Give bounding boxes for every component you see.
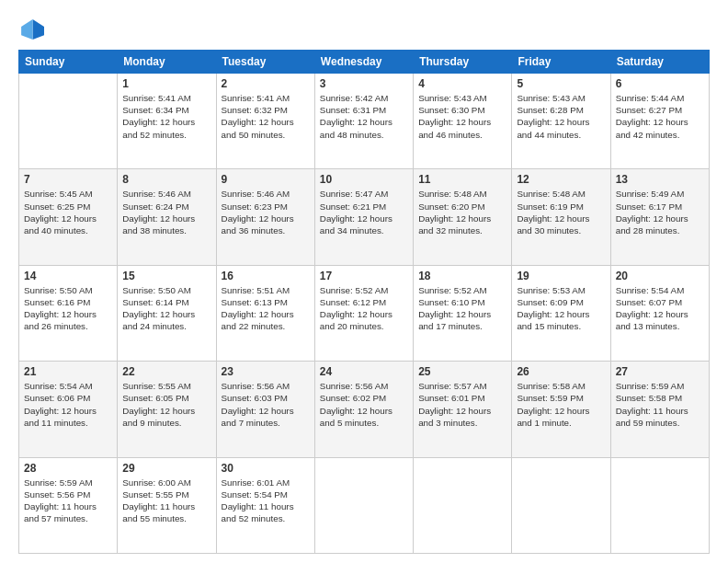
week-row-4: 21Sunrise: 5:54 AM Sunset: 6:06 PM Dayli… xyxy=(19,362,710,457)
week-row-2: 7Sunrise: 5:45 AM Sunset: 6:25 PM Daylig… xyxy=(19,169,710,265)
logo-icon xyxy=(18,17,44,42)
day-number: 25 xyxy=(418,365,506,378)
calendar-cell: 3Sunrise: 5:42 AM Sunset: 6:31 PM Daylig… xyxy=(314,74,413,169)
day-number: 14 xyxy=(24,270,112,282)
weekday-header-sunday: Sunday xyxy=(19,51,118,74)
day-info: Sunrise: 5:53 AM Sunset: 6:09 PM Dayligh… xyxy=(517,284,605,333)
svg-marker-0 xyxy=(33,19,44,40)
calendar-cell xyxy=(610,457,709,553)
day-number: 20 xyxy=(616,270,704,282)
calendar-cell: 7Sunrise: 5:45 AM Sunset: 6:25 PM Daylig… xyxy=(19,169,118,265)
calendar: SundayMondayTuesdayWednesdayThursdayFrid… xyxy=(18,50,710,554)
calendar-cell: 19Sunrise: 5:53 AM Sunset: 6:09 PM Dayli… xyxy=(512,265,610,361)
svg-marker-1 xyxy=(21,19,32,40)
calendar-cell: 1Sunrise: 5:41 AM Sunset: 6:34 PM Daylig… xyxy=(118,74,216,169)
day-info: Sunrise: 5:46 AM Sunset: 6:23 PM Dayligh… xyxy=(222,188,310,236)
day-number: 10 xyxy=(320,173,408,186)
calendar-cell: 20Sunrise: 5:54 AM Sunset: 6:07 PM Dayli… xyxy=(610,265,709,361)
calendar-cell xyxy=(314,457,413,553)
day-number: 24 xyxy=(320,365,408,378)
logo xyxy=(18,17,48,42)
calendar-cell: 22Sunrise: 5:55 AM Sunset: 6:05 PM Dayli… xyxy=(118,362,216,457)
calendar-cell: 26Sunrise: 5:58 AM Sunset: 5:59 PM Dayli… xyxy=(512,362,610,457)
week-row-1: 1Sunrise: 5:41 AM Sunset: 6:34 PM Daylig… xyxy=(19,74,710,169)
day-number: 30 xyxy=(222,462,310,475)
day-info: Sunrise: 5:44 AM Sunset: 6:27 PM Dayligh… xyxy=(616,92,704,141)
day-number: 7 xyxy=(24,173,112,186)
weekday-header-thursday: Thursday xyxy=(414,51,512,74)
day-info: Sunrise: 5:55 AM Sunset: 6:05 PM Dayligh… xyxy=(122,380,210,429)
calendar-cell xyxy=(512,457,610,553)
weekday-header-tuesday: Tuesday xyxy=(216,51,314,74)
day-number: 4 xyxy=(418,77,506,90)
day-number: 28 xyxy=(24,462,112,475)
calendar-cell: 30Sunrise: 6:01 AM Sunset: 5:54 PM Dayli… xyxy=(216,457,314,553)
calendar-cell: 15Sunrise: 5:50 AM Sunset: 6:14 PM Dayli… xyxy=(118,265,216,361)
calendar-cell xyxy=(19,74,118,169)
day-number: 29 xyxy=(122,462,210,475)
page: SundayMondayTuesdayWednesdayThursdayFrid… xyxy=(0,0,728,563)
day-info: Sunrise: 5:41 AM Sunset: 6:34 PM Dayligh… xyxy=(122,92,210,141)
day-info: Sunrise: 5:59 AM Sunset: 5:58 PM Dayligh… xyxy=(616,380,704,429)
day-number: 3 xyxy=(320,77,408,90)
day-info: Sunrise: 5:54 AM Sunset: 6:06 PM Dayligh… xyxy=(24,380,112,429)
calendar-cell: 18Sunrise: 5:52 AM Sunset: 6:10 PM Dayli… xyxy=(414,265,512,361)
day-number: 19 xyxy=(517,270,605,282)
calendar-cell xyxy=(414,457,512,553)
weekday-header-friday: Friday xyxy=(512,51,610,74)
calendar-cell: 13Sunrise: 5:49 AM Sunset: 6:17 PM Dayli… xyxy=(610,169,709,265)
calendar-cell: 29Sunrise: 6:00 AM Sunset: 5:55 PM Dayli… xyxy=(118,457,216,553)
weekday-header-monday: Monday xyxy=(118,51,216,74)
weekday-header-wednesday: Wednesday xyxy=(314,51,413,74)
day-number: 2 xyxy=(222,77,310,90)
calendar-cell: 8Sunrise: 5:46 AM Sunset: 6:24 PM Daylig… xyxy=(118,169,216,265)
week-row-5: 28Sunrise: 5:59 AM Sunset: 5:56 PM Dayli… xyxy=(19,457,710,553)
calendar-cell: 14Sunrise: 5:50 AM Sunset: 6:16 PM Dayli… xyxy=(19,265,118,361)
day-number: 6 xyxy=(616,77,704,90)
day-number: 1 xyxy=(122,77,210,90)
calendar-cell: 10Sunrise: 5:47 AM Sunset: 6:21 PM Dayli… xyxy=(314,169,413,265)
day-number: 11 xyxy=(418,173,506,186)
day-info: Sunrise: 5:52 AM Sunset: 6:10 PM Dayligh… xyxy=(418,284,506,333)
day-info: Sunrise: 5:48 AM Sunset: 6:20 PM Dayligh… xyxy=(418,188,506,236)
calendar-cell: 9Sunrise: 5:46 AM Sunset: 6:23 PM Daylig… xyxy=(216,169,314,265)
calendar-cell: 16Sunrise: 5:51 AM Sunset: 6:13 PM Dayli… xyxy=(216,265,314,361)
day-info: Sunrise: 5:45 AM Sunset: 6:25 PM Dayligh… xyxy=(24,188,112,236)
calendar-cell: 12Sunrise: 5:48 AM Sunset: 6:19 PM Dayli… xyxy=(512,169,610,265)
day-info: Sunrise: 5:51 AM Sunset: 6:13 PM Dayligh… xyxy=(222,284,310,333)
calendar-cell: 27Sunrise: 5:59 AM Sunset: 5:58 PM Dayli… xyxy=(610,362,709,457)
calendar-cell: 24Sunrise: 5:56 AM Sunset: 6:02 PM Dayli… xyxy=(314,362,413,457)
day-number: 26 xyxy=(517,365,605,378)
day-info: Sunrise: 5:56 AM Sunset: 6:03 PM Dayligh… xyxy=(222,380,310,429)
week-row-3: 14Sunrise: 5:50 AM Sunset: 6:16 PM Dayli… xyxy=(19,265,710,361)
day-info: Sunrise: 5:54 AM Sunset: 6:07 PM Dayligh… xyxy=(616,284,704,333)
header xyxy=(18,17,710,42)
day-number: 27 xyxy=(616,365,704,378)
day-info: Sunrise: 5:49 AM Sunset: 6:17 PM Dayligh… xyxy=(616,188,704,236)
calendar-cell: 4Sunrise: 5:43 AM Sunset: 6:30 PM Daylig… xyxy=(414,74,512,169)
calendar-cell: 5Sunrise: 5:43 AM Sunset: 6:28 PM Daylig… xyxy=(512,74,610,169)
day-info: Sunrise: 5:43 AM Sunset: 6:30 PM Dayligh… xyxy=(418,92,506,141)
day-info: Sunrise: 6:00 AM Sunset: 5:55 PM Dayligh… xyxy=(122,477,210,525)
day-number: 21 xyxy=(24,365,112,378)
day-number: 9 xyxy=(222,173,310,186)
day-info: Sunrise: 5:59 AM Sunset: 5:56 PM Dayligh… xyxy=(24,477,112,525)
calendar-cell: 21Sunrise: 5:54 AM Sunset: 6:06 PM Dayli… xyxy=(19,362,118,457)
day-number: 23 xyxy=(222,365,310,378)
day-number: 18 xyxy=(418,270,506,282)
calendar-cell: 28Sunrise: 5:59 AM Sunset: 5:56 PM Dayli… xyxy=(19,457,118,553)
day-number: 13 xyxy=(616,173,704,186)
day-number: 22 xyxy=(122,365,210,378)
calendar-cell: 23Sunrise: 5:56 AM Sunset: 6:03 PM Dayli… xyxy=(216,362,314,457)
day-info: Sunrise: 5:58 AM Sunset: 5:59 PM Dayligh… xyxy=(517,380,605,429)
day-info: Sunrise: 6:01 AM Sunset: 5:54 PM Dayligh… xyxy=(222,477,310,525)
day-info: Sunrise: 5:43 AM Sunset: 6:28 PM Dayligh… xyxy=(517,92,605,141)
day-info: Sunrise: 5:50 AM Sunset: 6:16 PM Dayligh… xyxy=(24,284,112,333)
day-info: Sunrise: 5:57 AM Sunset: 6:01 PM Dayligh… xyxy=(418,380,506,429)
day-info: Sunrise: 5:50 AM Sunset: 6:14 PM Dayligh… xyxy=(122,284,210,333)
day-info: Sunrise: 5:41 AM Sunset: 6:32 PM Dayligh… xyxy=(222,92,310,141)
day-number: 5 xyxy=(517,77,605,90)
calendar-cell: 11Sunrise: 5:48 AM Sunset: 6:20 PM Dayli… xyxy=(414,169,512,265)
calendar-cell: 2Sunrise: 5:41 AM Sunset: 6:32 PM Daylig… xyxy=(216,74,314,169)
day-info: Sunrise: 5:46 AM Sunset: 6:24 PM Dayligh… xyxy=(122,188,210,236)
